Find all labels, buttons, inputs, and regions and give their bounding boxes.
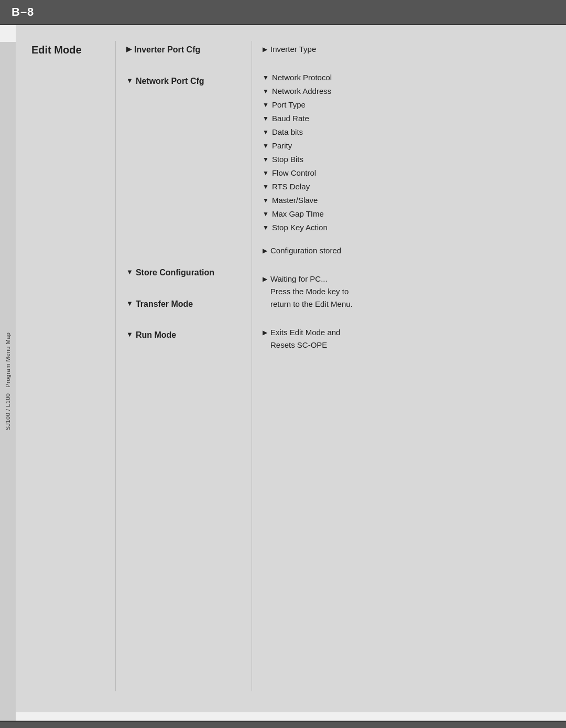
down-arrow-icon-network: ▼ bbox=[126, 76, 133, 87]
down-arrow-icon-run: ▼ bbox=[126, 329, 133, 340]
menu-section-network: ▼ Network Port Cfg bbox=[126, 74, 252, 88]
item-label-network-protocol: Network Protocol bbox=[272, 71, 332, 84]
menu-item-run-mode: ▼ Run Mode bbox=[126, 328, 252, 342]
menu-section-run: ▼ Run Mode bbox=[126, 328, 252, 342]
list-item: ▼ Max Gap TIme bbox=[263, 208, 545, 220]
menu-item-network-port-cfg: ▼ Network Port Cfg bbox=[126, 74, 252, 88]
right-arrow-icon: ▶ bbox=[126, 44, 132, 55]
right-arrow-icon: ▶ bbox=[263, 274, 267, 284]
down-arrow-icon: ▼ bbox=[263, 168, 269, 178]
list-item: ▼ Master/Slave bbox=[263, 194, 545, 207]
menu-label-inverter-port-cfg: Inverter Port Cfg bbox=[134, 43, 200, 57]
menu-item-transfer-mode: ▼ Transfer Mode bbox=[126, 297, 252, 311]
menu-label-store-configuration: Store Configuration bbox=[136, 266, 214, 280]
menu-item-inverter-port-cfg: ▶ Inverter Port Cfg bbox=[126, 43, 252, 57]
list-item: ▼ Port Type bbox=[263, 99, 545, 111]
item-label-network-address: Network Address bbox=[272, 85, 331, 98]
down-arrow-icon: ▼ bbox=[263, 155, 269, 165]
page-header: B–8 bbox=[0, 0, 566, 25]
col-items: ▶ Inverter Type ▼ Network Protocol ▼ Net… bbox=[252, 41, 545, 691]
item-label-rts-delay: RTS Delay bbox=[272, 180, 310, 193]
item-label-parity: Parity bbox=[272, 140, 292, 152]
menu-label-network-port-cfg: Network Port Cfg bbox=[136, 74, 204, 88]
col-label: Edit Mode bbox=[31, 41, 115, 691]
right-arrow-icon: ▶ bbox=[263, 45, 267, 55]
items-group-inverter: ▶ Inverter Type bbox=[263, 43, 545, 56]
item-label-port-type: Port Type bbox=[272, 99, 306, 111]
down-arrow-icon: ▼ bbox=[263, 87, 269, 97]
down-arrow-icon: ▼ bbox=[263, 141, 269, 151]
item-label-inverter-type: Inverter Type bbox=[270, 43, 316, 56]
items-group-store: ▶ Configuration stored bbox=[263, 244, 545, 257]
right-arrow-icon: ▶ bbox=[263, 328, 267, 338]
edit-mode-label: Edit Mode bbox=[31, 44, 115, 56]
side-label-text: SJ100 / L100 Program Menu Map bbox=[5, 333, 11, 431]
items-group-run: ▶ Exits Edit Mode and Resets SC-OPE bbox=[263, 326, 545, 351]
down-arrow-icon: ▼ bbox=[263, 209, 269, 219]
item-label-max-gap-time: Max Gap TIme bbox=[272, 208, 324, 220]
menu-section-transfer: ▼ Transfer Mode bbox=[126, 297, 252, 311]
list-item: ▼ Data bits bbox=[263, 126, 545, 138]
item-text-block-run: Exits Edit Mode and Resets SC-OPE bbox=[270, 326, 340, 351]
list-item: ▼ Stop Bits bbox=[263, 153, 545, 166]
items-group-transfer: ▶ Waiting for PC... Press the Mode key t… bbox=[263, 273, 545, 311]
item-label-data-bits: Data bits bbox=[272, 126, 303, 138]
menu-section-inverter: ▶ Inverter Port Cfg bbox=[126, 43, 252, 57]
item-label-stop-key-action: Stop Key Action bbox=[272, 221, 328, 234]
item-label-configuration-stored: Configuration stored bbox=[270, 244, 341, 257]
down-arrow-icon: ▼ bbox=[263, 73, 269, 83]
menu-label-transfer-mode: Transfer Mode bbox=[136, 297, 193, 311]
page-title: B–8 bbox=[12, 5, 34, 18]
list-item: ▼ Network Address bbox=[263, 85, 545, 98]
right-arrow-icon: ▶ bbox=[263, 246, 267, 256]
item-label-exits-edit-mode: Exits Edit Mode and bbox=[270, 326, 340, 339]
item-label-stop-bits: Stop Bits bbox=[272, 153, 303, 166]
list-item: ▼ Parity bbox=[263, 140, 545, 152]
item-label-press-mode-key: Press the Mode key to bbox=[270, 285, 353, 298]
item-label-master-slave: Master/Slave bbox=[272, 194, 318, 207]
list-item: ▼ RTS Delay bbox=[263, 180, 545, 193]
item-label-resets-sc-ope: Resets SC-OPE bbox=[270, 339, 340, 351]
list-item: ▶ Inverter Type bbox=[263, 43, 545, 56]
side-label: SJ100 / L100 Program Menu Map bbox=[0, 42, 16, 721]
down-arrow-icon: ▼ bbox=[263, 114, 269, 124]
down-arrow-icon: ▼ bbox=[263, 127, 269, 137]
item-label-baud-rate: Baud Rate bbox=[272, 112, 309, 125]
menu-section-store: ▼ Store Configuration bbox=[126, 266, 252, 280]
down-arrow-icon-transfer: ▼ bbox=[126, 298, 133, 309]
list-item: ▼ Network Protocol bbox=[263, 71, 545, 84]
down-arrow-icon: ▼ bbox=[263, 100, 269, 110]
list-item: ▼ Baud Rate bbox=[263, 112, 545, 125]
menu-label-run-mode: Run Mode bbox=[136, 328, 176, 342]
col-menu: ▶ Inverter Port Cfg ▼ Network Port Cfg ▼… bbox=[115, 41, 252, 691]
item-label-waiting-for-pc: Waiting for PC... bbox=[270, 273, 353, 285]
item-label-return-edit-menu: return to the Edit Menu. bbox=[270, 298, 353, 311]
item-label-flow-control: Flow Control bbox=[272, 167, 316, 179]
down-arrow-icon: ▼ bbox=[263, 223, 269, 233]
main-content: Edit Mode ▶ Inverter Port Cfg ▼ Network … bbox=[16, 25, 566, 712]
down-arrow-icon: ▼ bbox=[263, 196, 269, 206]
items-group-network: ▼ Network Protocol ▼ Network Address ▼ P… bbox=[263, 71, 545, 234]
list-item: ▶ Configuration stored bbox=[263, 244, 545, 257]
item-text-block-transfer: Waiting for PC... Press the Mode key to … bbox=[270, 273, 353, 311]
menu-item-store-configuration: ▼ Store Configuration bbox=[126, 266, 252, 280]
list-item: ▶ Waiting for PC... Press the Mode key t… bbox=[263, 273, 545, 311]
list-item: ▼ Flow Control bbox=[263, 167, 545, 179]
list-item: ▶ Exits Edit Mode and Resets SC-OPE bbox=[263, 326, 545, 351]
down-arrow-icon-store: ▼ bbox=[126, 267, 133, 278]
page-footer bbox=[0, 721, 566, 728]
list-item: ▼ Stop Key Action bbox=[263, 221, 545, 234]
down-arrow-icon: ▼ bbox=[263, 182, 269, 192]
